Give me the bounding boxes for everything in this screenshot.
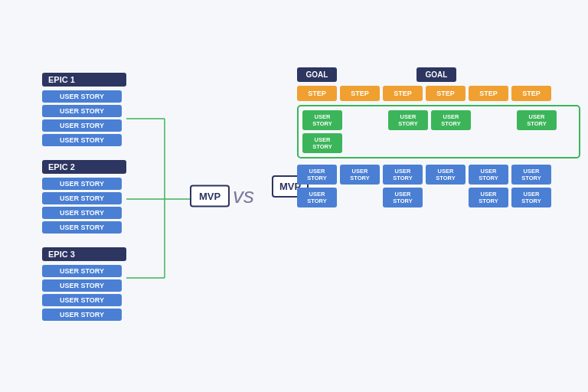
epic-2-label: EPIC 2 (42, 160, 126, 174)
epic-2-story-1: USER STORY (42, 178, 122, 190)
step-1: STEP (297, 86, 337, 101)
mvp-story-4: USERSTORY (431, 110, 471, 130)
epic-1-story-4: USER STORY (42, 134, 122, 146)
bt1-story-5: USERSTORY (469, 165, 508, 185)
epic-1-label: EPIC 1 (42, 73, 126, 87)
mvp-story-1a: USERSTORY (302, 110, 342, 130)
mvp-story-3: USERSTORY (388, 110, 428, 130)
step-2: STEP (340, 86, 380, 101)
epic-3-story-1: USER STORY (42, 265, 122, 277)
mvp-left-label: MVP (190, 185, 230, 207)
main-container: EPIC 1 USER STORY USER STORY USER STORY … (0, 0, 588, 392)
bt1-story-3: USERSTORY (383, 165, 423, 185)
epic-1-story-1: USER STORY (42, 90, 122, 103)
goal-1: GOAL (297, 67, 337, 82)
epic-3-story-3: USER STORY (42, 294, 122, 306)
connector-lines (126, 73, 195, 310)
step-3: STEP (383, 86, 423, 101)
epic-3-label: EPIC 3 (42, 247, 126, 261)
mvp-stories-row: USERSTORY USERSTORY USERSTORY USERSTORY … (297, 105, 580, 158)
epic-1-story-3: USER STORY (42, 119, 122, 132)
bt1-story-6: USERSTORY (511, 165, 551, 185)
epic-3-story-4: USER STORY (42, 309, 122, 321)
epic-group-2: EPIC 2 USER STORY USER STORY USER STORY … (42, 160, 126, 234)
epic-group-3: EPIC 3 USER STORY USER STORY USER STORY … (42, 247, 126, 321)
bt1-story-1: USERSTORY (297, 165, 337, 185)
mvp-story-1b: USERSTORY (302, 133, 342, 153)
epic-group-1: EPIC 1 USER STORY USER STORY USER STORY … (42, 73, 126, 146)
epic-3-story-2: USER STORY (42, 279, 122, 292)
bt2-story-6: USERSTORY (511, 188, 551, 207)
epic-2-story-4: USER STORY (42, 221, 122, 234)
goals-row: GOAL GOAL (297, 67, 580, 82)
left-side: EPIC 1 USER STORY USER STORY USER STORY … (42, 73, 126, 321)
epic-2-story-2: USER STORY (42, 192, 122, 204)
vs-label: vs (233, 184, 254, 208)
bottom-row-1: USERSTORY USERSTORY USERSTORY USERSTORY … (297, 165, 580, 185)
right-grid: GOAL GOAL STEP STEP STEP STEP STEP STEP … (297, 67, 580, 207)
bt2-story-1: USERSTORY (297, 188, 337, 207)
steps-row: STEP STEP STEP STEP STEP STEP (297, 86, 580, 101)
bt1-story-4: USERSTORY (426, 165, 466, 185)
epic-1-story-2: USER STORY (42, 105, 122, 117)
bt2-story-5: USERSTORY (469, 188, 508, 207)
step-6: STEP (511, 86, 551, 101)
mvp-story-6: USERSTORY (517, 110, 557, 130)
bt1-story-2: USERSTORY (340, 165, 380, 185)
step-4: STEP (426, 86, 466, 101)
bt2-story-3: USERSTORY (383, 188, 423, 207)
epic-2-story-3: USER STORY (42, 207, 122, 219)
bottom-row-2: USERSTORY USERSTORY USERSTORY USERSTORY (297, 188, 580, 207)
step-5: STEP (469, 86, 508, 101)
goal-2: GOAL (416, 67, 456, 82)
